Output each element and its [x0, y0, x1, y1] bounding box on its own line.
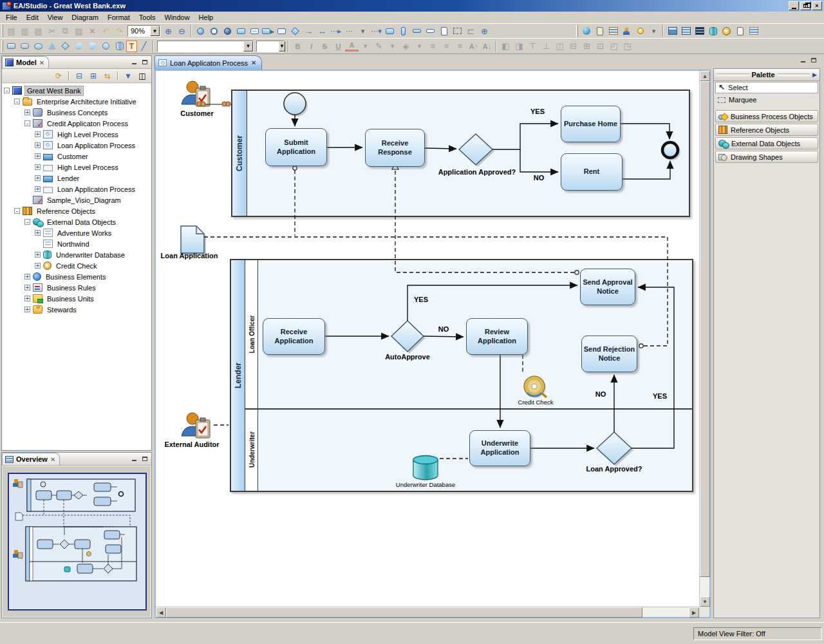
hexagon-tool[interactable] — [86, 40, 99, 53]
circle-tool[interactable] — [99, 40, 113, 53]
data-object-tool[interactable] — [437, 24, 451, 37]
model-panel-close-icon[interactable]: ✕ — [39, 59, 44, 66]
cylinder-tool[interactable] — [113, 40, 126, 53]
tree-item-enterprise-architecture-initiative[interactable]: -Enterprise Architecture Initiative — [3, 96, 151, 107]
refresh-icon[interactable]: ⟳ — [52, 70, 65, 82]
suggest-icon[interactable] — [633, 24, 647, 37]
task-receive-response[interactable]: Receive Response — [365, 129, 425, 167]
suggest-dropdown-icon[interactable]: ▾ — [647, 24, 660, 37]
tree-expander[interactable]: + — [35, 252, 41, 258]
org-chart-icon[interactable] — [606, 24, 620, 37]
palette-minimize-icon[interactable] — [799, 57, 807, 64]
tree-expander[interactable]: + — [24, 285, 30, 290]
tree-expander[interactable]: + — [24, 296, 30, 301]
close-button[interactable]: × — [812, 1, 822, 10]
lane-underwriter-cell[interactable]: Underwriter — [245, 408, 258, 491]
zoom-in-icon[interactable]: ⊕ — [162, 24, 175, 37]
menu-edit[interactable]: Edit — [22, 12, 43, 23]
default-flow-tool[interactable]: ⋯▸ — [329, 24, 342, 37]
palette-group-drawing-shapes[interactable]: Drawing Shapes — [715, 151, 818, 163]
task-rent[interactable]: Rent — [561, 153, 623, 191]
text-tool[interactable]: T — [126, 41, 137, 52]
gateway-tool[interactable] — [288, 24, 302, 37]
tree-expander[interactable]: + — [35, 142, 41, 148]
tree-item-high-level-process[interactable]: +High Level Process — [3, 129, 151, 140]
align-bottom-edges-icon[interactable]: ⊥ — [539, 40, 553, 53]
credit-check-tool-icon[interactable] — [720, 24, 733, 37]
pool-view-icon[interactable] — [666, 24, 679, 37]
align-top-edges-icon[interactable]: ⊤ — [526, 40, 539, 53]
notes-icon[interactable] — [593, 24, 606, 37]
task-send-approval-notice[interactable]: Send Approval Notice — [580, 269, 635, 305]
overview-panel-tab[interactable]: Overview ✕ — [2, 453, 60, 465]
palette-arrow-icon[interactable]: ▶ — [812, 71, 817, 78]
menu-view[interactable]: View — [43, 12, 68, 23]
task-review-application[interactable]: Review Application — [466, 318, 528, 355]
table-icon[interactable] — [747, 24, 760, 37]
horizontal-scrollbar[interactable]: ◀ ▶ — [156, 607, 699, 617]
task-send-rejection-notice[interactable]: Send Rejection Notice — [581, 336, 637, 372]
distribute-horizontal-icon[interactable]: ◫ — [553, 40, 566, 53]
rounded-rect-tool[interactable] — [18, 40, 32, 53]
flow-dropdown-icon[interactable]: ▾ — [356, 24, 370, 37]
tree-expander[interactable]: - — [14, 208, 20, 214]
tree-item-great-west-bank[interactable]: -Great West Bank — [3, 85, 151, 96]
diamond-tool[interactable] — [59, 40, 72, 53]
tree-expander[interactable]: + — [35, 175, 41, 181]
tree-expander[interactable]: + — [35, 263, 41, 269]
ellipse-tool[interactable] — [32, 40, 45, 53]
tree-item-business-units[interactable]: +Business Units — [3, 293, 151, 304]
conditional-flow-tool[interactable]: ↔ — [315, 24, 329, 37]
align-text-center-icon[interactable]: ≡ — [440, 40, 453, 53]
grid-view-icon[interactable] — [679, 24, 693, 37]
palette-header[interactable]: Palette ▶ — [714, 69, 819, 81]
align-text-right-icon[interactable]: ≡ — [453, 40, 467, 53]
shrink-font-icon[interactable]: A↓ — [480, 40, 494, 53]
link-with-editor-icon[interactable]: ⇆ — [101, 70, 114, 82]
palette-group-business-process-objects[interactable]: Business Process Objects — [715, 110, 818, 122]
tree-item-loan-application-process[interactable]: +Loan Applicaton Process — [3, 140, 151, 151]
zoom-out-icon[interactable]: ⊖ — [175, 24, 189, 37]
tree-expander[interactable]: + — [24, 109, 30, 115]
tree-item-loan-application-process-2[interactable]: +Loan Applicaton Process — [3, 184, 151, 194]
rectangle-tool[interactable] — [5, 40, 18, 53]
underline-icon[interactable]: U — [332, 40, 345, 53]
overview-thumbnail[interactable] — [8, 473, 147, 611]
association-tool[interactable]: ⋯▾ — [370, 24, 383, 37]
delete-icon[interactable]: ✕ — [86, 24, 99, 37]
customer-actor-icon[interactable] — [182, 81, 210, 106]
tree-expander[interactable]: + — [35, 164, 41, 170]
start-event-tool[interactable] — [194, 24, 207, 37]
tree-item-external-data-objects[interactable]: -External Data Objects — [3, 216, 151, 227]
tree-expander[interactable]: - — [24, 120, 30, 126]
tree-item-business-elements[interactable]: +Business Elements — [3, 271, 151, 282]
report-icon[interactable] — [733, 24, 747, 37]
redo-icon[interactable]: ↷ — [113, 24, 126, 37]
paste-icon[interactable]: ▨ — [72, 24, 86, 37]
filter-icon[interactable]: ▼ — [122, 70, 135, 82]
palette-group-external-data-objects[interactable]: External Data Objects — [715, 137, 818, 149]
overview-panel-maximize-icon[interactable] — [140, 455, 149, 462]
tree-item-high-level-process-2[interactable]: +High Level Process — [3, 162, 151, 173]
italic-icon[interactable]: I — [304, 40, 318, 53]
align-text-left-icon[interactable]: ≡ — [426, 40, 440, 53]
tree-item-credit-application-process[interactable]: -Credit Applicaton Process — [3, 118, 151, 129]
copy-icon[interactable]: ⧉ — [59, 24, 72, 37]
message-flow-tool[interactable]: ⋯ — [342, 24, 356, 37]
model-panel-maximize-icon[interactable] — [140, 59, 149, 66]
pool-tool[interactable] — [383, 24, 397, 37]
layout-icon[interactable]: ◫ — [136, 70, 149, 82]
model-panel-tab[interactable]: Model ✕ — [2, 56, 49, 68]
distribute-vertical-icon[interactable]: ⊟ — [566, 40, 580, 53]
tree-expander[interactable]: + — [35, 153, 41, 159]
menu-file[interactable]: File — [1, 12, 22, 23]
task-receive-application[interactable]: Receive Application — [263, 318, 325, 355]
font-color-icon[interactable]: A — [345, 41, 359, 52]
palette-tool-marquee[interactable]: Marquee — [715, 94, 818, 106]
vertical-scroll-thumb[interactable] — [700, 81, 710, 577]
lane-loan-officer-cell[interactable]: Loan Officer — [245, 260, 258, 408]
pentagon-tool[interactable] — [72, 40, 86, 53]
strikethrough-icon[interactable]: S — [318, 40, 332, 53]
database-icon[interactable] — [706, 24, 720, 37]
tree-expander[interactable]: - — [4, 88, 10, 93]
